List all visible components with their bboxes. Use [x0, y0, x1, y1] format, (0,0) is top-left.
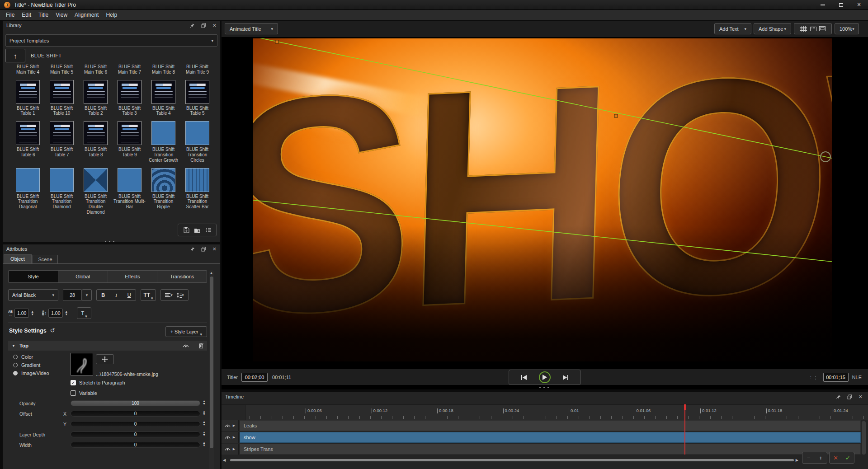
track-clip-bar[interactable]: show [240, 432, 861, 443]
expand-track-icon[interactable]: ▶ [233, 424, 235, 427]
template-item[interactable]: BLUE Shift Transition Center Growth [146, 121, 180, 163]
list-view-icon[interactable] [206, 227, 212, 233]
variable-checkbox-row[interactable]: Variable [71, 390, 97, 396]
template-item[interactable]: BLUE Shift Transition Circles [180, 121, 214, 163]
font-family-dropdown[interactable]: Arial Black ▾ [8, 289, 58, 301]
add-folder-icon[interactable] [194, 227, 201, 233]
render-canvas[interactable]: SHOW [253, 38, 832, 361]
fill-gradient-option[interactable]: Gradient [13, 362, 40, 368]
expand-track-icon[interactable]: ▶ [233, 436, 235, 439]
template-item[interactable]: BLUE Shift Table 8 [79, 121, 113, 163]
safe-area-icon[interactable] [819, 26, 826, 31]
leading-stepper[interactable]: ▲▼ [65, 310, 68, 315]
template-item[interactable]: BLUE Shift Transition Mulit-Bar [113, 168, 146, 215]
track-clip-bar[interactable]: Stripes Trans [240, 444, 861, 455]
pin-icon[interactable] [190, 247, 195, 252]
minimize-button[interactable] [814, 0, 832, 9]
scrollbar-thumb[interactable] [230, 459, 794, 461]
add-shape-button[interactable]: Add Shape ▾ [754, 23, 791, 34]
track-visibility-icon[interactable] [225, 436, 231, 439]
close-panel-icon[interactable]: ✕ [212, 247, 217, 252]
scroll-up-icon[interactable]: ▲ [210, 271, 213, 274]
expand-track-icon[interactable]: ▶ [233, 447, 235, 451]
fill-image-option[interactable]: Image/Video [13, 371, 49, 376]
text-case-button[interactable]: T▾ [77, 307, 91, 319]
timeline-v-scrollbar[interactable] [862, 421, 866, 455]
offset-y-field[interactable]: 0 [71, 421, 200, 427]
track-visibility-icon[interactable] [225, 447, 231, 451]
image-fill-thumbnail[interactable] [71, 353, 93, 375]
title-mode-dropdown[interactable]: Animated Title ▾ [225, 23, 278, 34]
save-template-icon[interactable] [183, 227, 189, 233]
timeline-ruler[interactable]: 0:00.060:00.120:00.180:00.240:010:01.060… [222, 404, 868, 420]
out-point-field[interactable]: 00:01;15 [823, 373, 849, 382]
play-button[interactable] [539, 371, 551, 383]
tracking-stepper[interactable]: ▲▼ [31, 310, 34, 315]
attributes-scrollbar[interactable]: ▲ ▼ [209, 270, 214, 469]
template-item[interactable]: BLUE Shift Table 2 [79, 80, 113, 117]
opacity-slider[interactable]: 100 [71, 400, 200, 406]
template-item[interactable]: BLUE Shift Table 10 [45, 80, 79, 117]
template-item[interactable]: BLUE Shift Main Title 4 [11, 64, 45, 75]
width-stepper[interactable]: ▲▼ [203, 441, 206, 446]
add-style-layer-button[interactable]: + Style Layer ▾ [165, 326, 207, 337]
template-item[interactable]: BLUE Shift Table 5 [180, 80, 214, 117]
template-item[interactable]: BLUE Shift Main Title 7 [113, 64, 146, 75]
template-item[interactable]: BLUE Shift Table 4 [146, 80, 180, 117]
duration-field[interactable]: 00:02;00 [241, 373, 268, 382]
template-item[interactable]: BLUE Shift Main Title 5 [45, 64, 79, 75]
template-item[interactable]: BLUE Shift Main Title 8 [146, 64, 180, 75]
template-item[interactable]: BLUE Shift Main Title 9 [180, 64, 214, 75]
folder-up-button[interactable]: ↑ [5, 49, 25, 62]
menu-item[interactable]: Edit [18, 12, 35, 18]
stretch-checkbox-row[interactable]: ✓ Stretch to Paragraph [71, 380, 125, 385]
track-clip-bar[interactable]: Leaks [240, 420, 861, 431]
subtab[interactable]: Style [9, 271, 58, 282]
template-item[interactable]: BLUE Shift Transition Double Diamond [79, 168, 113, 215]
align-button[interactable]: ▾ [165, 293, 173, 297]
template-item[interactable]: BLUE Shift Table 1 [11, 80, 45, 117]
menu-item[interactable]: Help [102, 12, 121, 18]
template-category-dropdown[interactable]: Project Templates ▾ [5, 34, 217, 47]
collapse-icon[interactable]: ▼ [12, 344, 15, 348]
leading-field[interactable]: 1.00 [48, 309, 63, 318]
template-item[interactable]: BLUE Shift Transition Ripple [146, 168, 180, 215]
subtab[interactable]: Effects [108, 271, 158, 282]
template-item[interactable]: BLUE Shift Transition Diamond [45, 168, 79, 215]
menu-item[interactable]: Alignment [71, 12, 102, 18]
template-item[interactable]: BLUE Shift Transition Scatter Bar [180, 168, 214, 215]
line-spacing-button[interactable]: ▾ [177, 293, 184, 298]
maximize-button[interactable] [832, 0, 850, 9]
ruler-icon[interactable] [810, 27, 816, 31]
style-layer-header[interactable]: ▼ Top [8, 341, 207, 351]
bold-button[interactable]: B [97, 292, 110, 298]
track-visibility-icon[interactable] [225, 424, 231, 427]
add-text-button[interactable]: Add Text ▾ [714, 23, 751, 34]
close-panel-icon[interactable]: ✕ [859, 394, 863, 399]
timeline-h-scrollbar[interactable]: ◀ ▶ [222, 458, 798, 462]
template-item[interactable]: BLUE Shift Table 3 [113, 80, 146, 117]
pin-icon[interactable] [836, 394, 841, 399]
font-size-field[interactable]: 28 [63, 289, 82, 301]
tab-scene[interactable]: Scene [33, 255, 58, 263]
opacity-stepper[interactable]: ▲▼ [203, 400, 206, 405]
confirm-icon[interactable]: ✓ [842, 455, 854, 461]
pin-icon[interactable] [190, 23, 195, 28]
panel-splitter[interactable] [105, 241, 114, 242]
cancel-icon[interactable]: ✕ [830, 455, 842, 461]
zoom-in-button[interactable]: + [815, 455, 827, 461]
dock-icon[interactable] [847, 394, 852, 399]
move-image-button[interactable] [96, 354, 114, 364]
layer-visibility-icon[interactable] [183, 344, 189, 348]
grid-icon[interactable] [800, 26, 807, 32]
zoom-dropdown[interactable]: 100% ▾ [835, 23, 859, 34]
zoom-out-button[interactable]: − [802, 455, 815, 461]
subtab[interactable]: Global [58, 271, 108, 282]
template-item[interactable]: BLUE Shift Main Title 6 [79, 64, 113, 75]
template-item[interactable]: BLUE Shift Transition Diagonal [11, 168, 45, 215]
offset-y-stepper[interactable]: ▲▼ [203, 421, 206, 426]
skip-end-button[interactable] [563, 375, 568, 380]
tab-object[interactable]: Object [4, 254, 32, 263]
scroll-left-icon[interactable]: ◀ [223, 458, 226, 462]
tracking-field[interactable]: 1.00 [14, 309, 29, 318]
